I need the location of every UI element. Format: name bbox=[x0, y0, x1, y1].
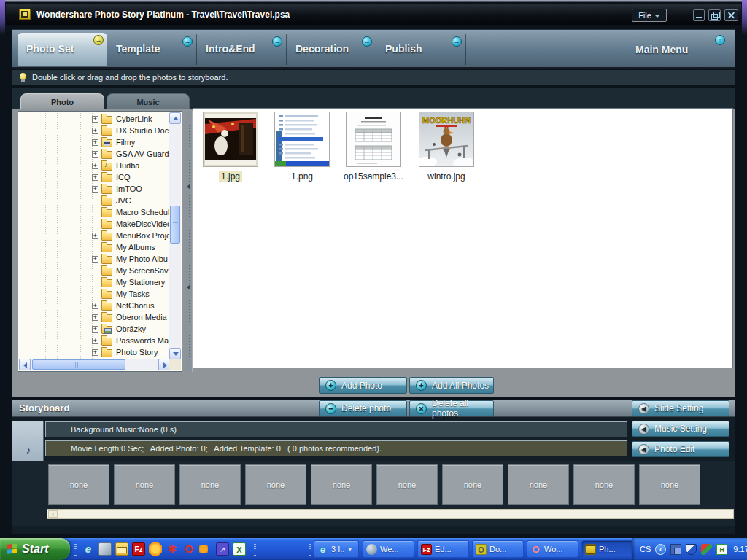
orange-app-icon[interactable] bbox=[199, 545, 208, 553]
windows-app-icon[interactable] bbox=[98, 542, 112, 556]
thumbnail-1-jpg[interactable]: 1.jpg bbox=[199, 112, 262, 182]
expand-plus-icon[interactable]: + bbox=[92, 186, 98, 192]
tree-item-cyberlink[interactable]: +CyberLink bbox=[19, 113, 169, 125]
tree-item-makediscvideo[interactable]: MakeDiscVideo bbox=[19, 218, 169, 230]
scroll-left-button[interactable] bbox=[19, 359, 31, 370]
taskbar-button-3-i[interactable]: e3 I..▼ bbox=[314, 540, 359, 558]
tree-item-oberon-media[interactable]: +Oberon Media bbox=[19, 311, 169, 323]
toolbar-grip[interactable] bbox=[254, 542, 256, 556]
storyboard-slot-5[interactable]: none bbox=[311, 464, 372, 505]
sun-icon[interactable] bbox=[149, 542, 162, 556]
photo-edit-button[interactable]: ◀ Photo Edit bbox=[632, 441, 729, 457]
storyboard-slot-7[interactable]: none bbox=[442, 464, 503, 505]
nav-tab-photo-set[interactable]: Photo Set→ bbox=[18, 33, 107, 66]
horizontal-scroll-thumb[interactable] bbox=[32, 359, 125, 370]
tree-item-my-screensav[interactable]: My ScreenSav bbox=[19, 265, 169, 276]
hide-icons-chevron-icon[interactable]: ‹ bbox=[655, 544, 666, 555]
tree-item-filmy[interactable]: +Filmy bbox=[19, 136, 169, 148]
expand-plus-icon[interactable]: + bbox=[92, 174, 98, 181]
tab-photo[interactable]: Photo bbox=[20, 93, 104, 109]
restore-button[interactable] bbox=[708, 9, 721, 21]
opera-icon[interactable]: O bbox=[182, 542, 196, 556]
storyboard-slot-8[interactable]: none bbox=[508, 464, 569, 505]
expand-plus-icon[interactable]: + bbox=[92, 326, 98, 332]
tree-item-imtoo[interactable]: +ImTOO bbox=[19, 183, 169, 195]
minimize-button[interactable] bbox=[693, 9, 705, 21]
add-photo-button[interactable]: + Add Photo bbox=[319, 377, 407, 394]
tree-item-my-tasks[interactable]: My Tasks bbox=[19, 288, 169, 300]
taskbar-button-we[interactable]: We... bbox=[363, 540, 414, 558]
tree-item-menubox-proje[interactable]: +MenuBox Proje bbox=[19, 230, 169, 241]
expand-plus-icon[interactable]: + bbox=[92, 349, 98, 356]
network-icon[interactable] bbox=[670, 544, 681, 555]
scroll-up-button[interactable] bbox=[169, 112, 181, 124]
expand-plus-icon[interactable]: + bbox=[92, 139, 98, 146]
expand-plus-icon[interactable]: + bbox=[92, 233, 98, 239]
storyboard-slot-10[interactable]: none bbox=[639, 464, 700, 505]
storyboard-slot-3[interactable]: none bbox=[179, 464, 241, 505]
thumbnail-1-png[interactable]: 1.png bbox=[271, 112, 333, 182]
storyboard-slot-6[interactable]: none bbox=[376, 464, 438, 505]
tree-item-hudba[interactable]: +Hudba bbox=[19, 160, 169, 171]
start-button[interactable]: Start bbox=[0, 538, 70, 560]
language-indicator[interactable]: CS bbox=[640, 545, 651, 553]
expand-plus-icon[interactable]: + bbox=[92, 128, 98, 134]
scroll-right-button[interactable] bbox=[158, 359, 170, 370]
close-button[interactable] bbox=[724, 9, 738, 21]
panel-splitter[interactable] bbox=[185, 111, 193, 372]
expand-plus-icon[interactable]: + bbox=[92, 314, 98, 321]
security-shield-icon[interactable] bbox=[686, 544, 697, 555]
taskbar-button-ph[interactable]: Ph... bbox=[581, 540, 633, 558]
tree-item-netchorus[interactable]: +NetChorus bbox=[19, 300, 169, 311]
taskbar-button-wo[interactable]: OWo... bbox=[527, 540, 578, 558]
delete-photo-button[interactable]: − Delete photo bbox=[319, 400, 407, 416]
internet-explorer-icon[interactable]: e bbox=[82, 542, 95, 556]
green-table-icon[interactable]: X bbox=[233, 542, 246, 556]
red-splat-icon[interactable]: ✱ bbox=[166, 542, 179, 556]
nav-tab-decoration[interactable]: Decoration→ bbox=[287, 34, 376, 65]
tree-item-my-photo-albu[interactable]: +My Photo Albu bbox=[19, 253, 169, 265]
tree-item-macro-schedul[interactable]: Macro Schedul bbox=[19, 206, 169, 218]
delete-all-photos-button[interactable]: × Delete all photos bbox=[409, 400, 494, 416]
expand-plus-icon[interactable]: + bbox=[92, 151, 98, 158]
tree-item-dx-studio-docu[interactable]: +DX Studio Docu bbox=[19, 125, 169, 136]
tree-item-gsa-av-guard[interactable]: +GSA AV Guard bbox=[19, 148, 169, 160]
storyboard-slot-9[interactable]: none bbox=[573, 464, 635, 505]
mail-icon[interactable] bbox=[115, 542, 128, 556]
remote-desktop-icon[interactable]: ↗ bbox=[216, 542, 229, 556]
tree-item-passwords-ma[interactable]: +Passwords Ma bbox=[19, 335, 169, 346]
expand-plus-icon[interactable]: + bbox=[92, 338, 98, 344]
add-all-photos-button[interactable]: + Add All Photos bbox=[409, 377, 494, 394]
tree-item-my-stationery[interactable]: My Stationery bbox=[19, 276, 169, 288]
filezilla-icon[interactable]: Fz bbox=[132, 542, 145, 556]
tab-music[interactable]: Music bbox=[107, 93, 190, 109]
toolbar-grip[interactable] bbox=[74, 542, 77, 556]
thumbnail-wintro-jpg[interactable]: MOORHUHN bbox=[415, 112, 478, 182]
scroll-down-button[interactable] bbox=[169, 348, 181, 359]
expand-plus-icon[interactable]: + bbox=[92, 256, 98, 262]
tree-item-my-albums[interactable]: My Albums bbox=[19, 241, 169, 253]
vertical-scroll-thumb[interactable] bbox=[170, 206, 180, 244]
taskbar-button-do[interactable]: ODo... bbox=[472, 540, 524, 558]
nav-tab-intro-end[interactable]: Intro&End→ bbox=[197, 34, 287, 65]
file-menu-button[interactable]: File bbox=[632, 9, 667, 22]
storyboard-slot-1[interactable]: none bbox=[48, 464, 109, 505]
storyboard-slot-2[interactable]: none bbox=[114, 464, 175, 505]
tree-item-obr-zky[interactable]: +Obrázky bbox=[19, 323, 169, 335]
nav-tab-template[interactable]: Template→ bbox=[107, 34, 197, 65]
h-app-icon[interactable]: H bbox=[716, 544, 727, 555]
slide-setting-button[interactable]: ◀ Slide Setting bbox=[632, 400, 729, 416]
tree-item-photo-story[interactable]: +Photo Story bbox=[19, 346, 169, 358]
expand-plus-icon[interactable]: + bbox=[92, 303, 98, 309]
tree-item-icq[interactable]: +ICQ bbox=[19, 171, 169, 183]
taskbar-button-ed[interactable]: FzEd... bbox=[417, 540, 469, 558]
storyboard-scrollbar[interactable]: ‹ bbox=[47, 509, 734, 519]
storyboard-slot-4[interactable]: none bbox=[245, 464, 306, 505]
expand-plus-icon[interactable]: + bbox=[92, 163, 98, 169]
nav-tab-main-menu[interactable]: Main Menu ↑ bbox=[578, 33, 735, 66]
thumbnail-op15sample3[interactable]: op15sample3... bbox=[342, 112, 405, 182]
nav-tab-publish[interactable]: Publish→ bbox=[376, 34, 466, 65]
tree-item-jvc[interactable]: JVC bbox=[19, 195, 169, 206]
expand-plus-icon[interactable]: + bbox=[92, 116, 98, 122]
music-setting-button[interactable]: ◀ Music Setting bbox=[632, 421, 729, 437]
